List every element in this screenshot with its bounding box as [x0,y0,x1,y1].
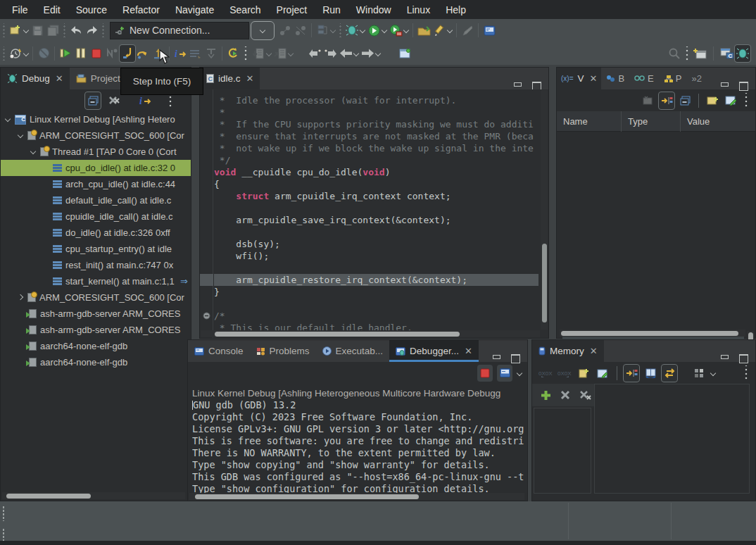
cpp-perspective-button[interactable]: C [719,45,735,62]
debug-tree-row[interactable]: aarch64-none-elf-gdb [1,354,191,370]
menu-source[interactable]: Source [68,0,115,19]
add-memory-monitor-button[interactable] [538,387,553,403]
debug-tree-row[interactable]: default_idle_call() at idle.c [1,192,191,208]
console-hscrollbar[interactable] [189,493,524,500]
debug-tree-row[interactable]: ash-arm-gdb-server ARM_CORES [1,306,191,322]
tab-project-explorer[interactable]: Project [70,68,127,89]
variables-minimize-icon[interactable] [720,82,729,89]
tab-console[interactable]: Console [188,340,250,362]
disconnect-button[interactable] [104,45,120,62]
memory-layout-dropdown[interactable] [710,371,716,377]
menu-file[interactable]: File [4,0,36,19]
resume-button[interactable] [58,45,73,62]
editor-gutter[interactable] [200,89,213,338]
menu-search[interactable]: Search [222,0,268,19]
tab-variables[interactable]: (x)= V ✕ [557,68,601,89]
tree-expander-icon[interactable] [5,116,11,123]
menu-run[interactable]: Run [315,0,348,19]
load-module-dropdown[interactable] [266,51,272,57]
forward-button[interactable] [360,45,375,62]
console-minimize-icon[interactable] [492,354,501,362]
code-line[interactable] [214,262,538,274]
toolbar-grip[interactable] [682,46,692,61]
terminate-button[interactable] [89,45,104,62]
editor-minimize-icon[interactable] [513,82,522,89]
step-over-button[interactable] [135,45,151,62]
memory-view-menu[interactable] [741,365,751,381]
memory-layout-button[interactable] [691,365,707,382]
debug-tree-row[interactable]: start_kernel() at main.c:1,1⇒ [1,273,191,289]
toolbar-grip[interactable] [62,23,67,37]
undo-icon[interactable] [68,22,84,39]
tree-expander-icon[interactable] [18,294,24,301]
code-line[interactable]: void __cpuidle cpu_do_idle(void) [214,166,538,178]
hex-export-icon[interactable]: 0X0X [557,365,572,382]
tab-memory-close-icon[interactable]: ✕ [590,346,598,356]
memory-monitors-list[interactable] [534,408,591,494]
tab-expressions[interactable]: E [629,68,659,89]
code-line[interactable] [214,298,538,310]
last-edit-location-icon[interactable] [307,45,322,62]
back-dropdown[interactable] [353,51,359,57]
run-attach-dropdown[interactable] [403,28,409,34]
edit-watch-expression-button[interactable] [723,92,738,109]
tab-peripherals[interactable]: P [659,68,687,89]
toolbar-grip[interactable] [101,23,106,37]
connection-combo-dropdown[interactable] [251,21,275,40]
target-configuration-dropdown[interactable] [330,28,336,34]
tree-expander-icon[interactable] [18,132,24,139]
search-icon[interactable] [667,45,682,62]
debug-tree-hscrollbar[interactable] [2,492,185,499]
toolbar-grip[interactable] [1,46,6,61]
column-type[interactable]: Type [622,111,681,132]
show-source-icon[interactable] [188,45,203,62]
connection-combo[interactable]: New Connection... [110,22,249,39]
code-line[interactable] [214,202,538,214]
variables-table-body[interactable] [557,132,755,338]
code-line[interactable]: * not wake up if we block the wake up si… [214,142,538,154]
load-symbols-dropdown[interactable] [288,51,294,57]
code-line[interactable]: * If the CPU supports priority masking w… [214,118,538,130]
remove-memory-monitor-button[interactable] [557,387,573,403]
collapsed-region-icon[interactable] [200,310,213,320]
back-button[interactable] [338,45,353,62]
debug-tree-row[interactable]: ash-arm-gdb-server ARM_CORES [1,322,191,338]
memory-maximize-icon[interactable] [739,354,748,362]
next-edit-location-icon[interactable] [322,45,338,62]
toolbar-grip[interactable] [1,23,6,37]
debug-tree-row[interactable]: cpu_startup_entry() at idle [1,241,191,257]
debug-tree-row[interactable]: Linux Kernel Debug [Ashling Hetero [1,111,191,127]
show-type-names-toggle[interactable] [641,92,656,109]
menu-window[interactable]: Window [348,0,399,19]
new-wizard-dropdown[interactable] [23,28,29,34]
hex-import-icon[interactable]: 0X0X [538,365,553,382]
tree-expander-icon[interactable] [30,149,37,155]
menu-help[interactable]: Help [438,0,474,19]
variables-view-menu[interactable] [741,93,751,108]
menu-project[interactable]: Project [269,0,315,19]
debug-perspective-button[interactable] [735,45,750,62]
tab-overflow-chevron[interactable]: »2 [686,68,706,89]
new-memory-tab-button[interactable] [576,365,591,382]
open-perspective-button[interactable] [692,45,707,62]
tab-variables-close-icon[interactable]: ✕ [590,73,598,84]
connect-node-icon[interactable] [277,22,293,39]
code-line[interactable]: dsb(sy); [214,238,538,250]
code-line[interactable]: * ensure that interrupts are not masked … [214,130,538,142]
tab-idle-c-close-icon[interactable]: ✕ [246,73,254,84]
profile-history-dropdown[interactable] [23,51,29,57]
tab-breakpoints[interactable]: B [601,68,629,89]
debug-tree-row[interactable]: ARM_CORESIGHT_SOC_600 [Cor [1,289,191,306]
collapse-all-button[interactable] [85,92,101,109]
tab-memory[interactable]: Memory ✕ [532,340,604,362]
instruction-stepping-toggle[interactable]: i [172,45,188,62]
step-into-button[interactable] [120,45,135,62]
debug-tree-row[interactable]: ARM_CORESIGHT_SOC_600 [Cor [1,127,191,144]
save-all-button[interactable] [45,22,61,39]
tab-debugger-console-close-icon[interactable]: ✕ [465,346,472,356]
code-line[interactable]: /* [214,310,538,322]
forward-dropdown[interactable] [375,51,381,57]
debug-launch-dropdown[interactable] [360,28,365,34]
debug-tree-row[interactable]: arch_cpu_idle() at idle.c:44 [1,176,191,192]
memory-minimize-icon[interactable] [720,354,729,362]
